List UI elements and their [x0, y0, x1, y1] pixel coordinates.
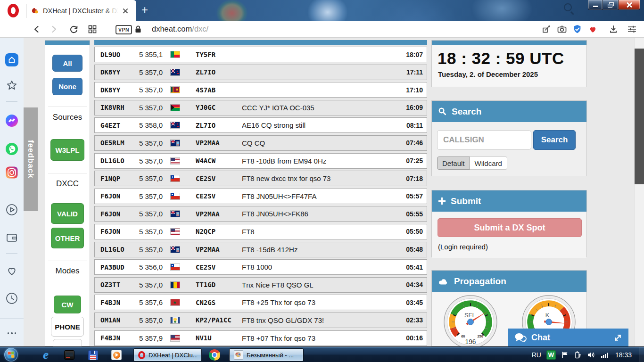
- spotter-callsign[interactable]: G4EZT: [100, 122, 137, 129]
- maximize-button[interactable]: [603, 0, 618, 10]
- filter-valid-button[interactable]: VALID: [51, 203, 84, 224]
- sidebar-bookmarks-button[interactable]: [0, 79, 24, 91]
- spot-row[interactable]: DL1GLO5 357,0VP2MAAFT8 -15dB 412Hz05:48: [94, 242, 427, 257]
- spot-row[interactable]: F4BJN5 357,9NV1UFT8 +07 Thx for qso 7300…: [94, 330, 427, 346]
- filter-none-button[interactable]: None: [52, 78, 83, 95]
- dx-callsign[interactable]: VP2MAA: [185, 139, 242, 147]
- sidebar-more-button[interactable]: [0, 332, 24, 334]
- search-mode-default[interactable]: Default: [437, 156, 470, 170]
- spot-row[interactable]: DK8YY5 357,04S7AB17:10: [94, 82, 427, 98]
- dx-callsign[interactable]: YJ0GC: [185, 104, 242, 111]
- spot-row[interactable]: F4BJN5 357,6CN2GSFT8 +25 Thx for qso 730…: [94, 295, 427, 310]
- callsign-input[interactable]: [437, 130, 531, 150]
- spotter-callsign[interactable]: F4BJN: [100, 334, 137, 342]
- spotter-callsign[interactable]: DL1GLO: [100, 157, 137, 165]
- dx-callsign[interactable]: ZL7IO: [185, 122, 242, 129]
- camera-icon[interactable]: [557, 25, 567, 34]
- spot-row[interactable]: DL9UO5 355,1TY5FR18:07: [94, 47, 427, 62]
- shield-check-icon[interactable]: [572, 25, 582, 34]
- page-scrollbar[interactable]: [634, 38, 644, 346]
- dx-callsign[interactable]: VP2MAA: [185, 210, 242, 218]
- internet-explorer-button[interactable]: e: [40, 349, 52, 361]
- filter-other-button[interactable]: OTHER: [51, 228, 84, 248]
- expand-icon[interactable]: [613, 333, 622, 342]
- network-icon[interactable]: [601, 351, 610, 358]
- dx-callsign[interactable]: W4ACW: [185, 157, 242, 165]
- sidebar-history-button[interactable]: [0, 292, 24, 304]
- spotter-callsign[interactable]: F1NQP: [100, 175, 137, 182]
- dx-callsign[interactable]: VP2MAA: [185, 246, 242, 253]
- spotter-callsign[interactable]: OM1AN: [100, 316, 137, 324]
- spot-row[interactable]: F6JON5 357,0CE2SVFT8 JN05UH<>FF47FA05:57: [94, 189, 427, 204]
- sidebar-whatsapp-button[interactable]: [0, 142, 24, 156]
- spot-row[interactable]: F6JON5 357,0VP2MAAFT8 JN05UH<>FK8605:55: [94, 206, 427, 222]
- language-indicator[interactable]: RU: [532, 351, 541, 359]
- media-player-button[interactable]: [110, 349, 123, 361]
- search-mode-wildcard[interactable]: Wildcard: [470, 156, 507, 170]
- spot-row[interactable]: DK8YY5 357,0ZL7IO17:11: [94, 65, 427, 80]
- battery-icon[interactable]: [574, 351, 582, 359]
- w-green-icon[interactable]: W: [546, 350, 556, 360]
- page-scrollbar-thumb[interactable]: [635, 49, 644, 184]
- flag-icon[interactable]: [561, 351, 569, 359]
- sidebar-messenger-button[interactable]: [0, 114, 24, 127]
- sidebar-instagram-button[interactable]: [0, 166, 24, 179]
- opera-menu-button[interactable]: [0, 0, 26, 21]
- browser-tab[interactable]: DXHeat | DXCluster & DX R: [27, 0, 136, 21]
- dx-callsign[interactable]: 4S7AB: [185, 86, 242, 94]
- spotter-callsign[interactable]: OZ3TT: [100, 281, 137, 288]
- spotter-callsign[interactable]: F6JON: [100, 210, 137, 218]
- dx-callsign[interactable]: N2QCP: [185, 228, 242, 235]
- show-desktop-button[interactable]: [639, 347, 644, 362]
- filter-w3lpl-button[interactable]: W3LPL: [50, 139, 84, 161]
- taskbar-window-paint[interactable]: Безымянный - ...: [229, 348, 304, 362]
- spotter-callsign[interactable]: DL9UO: [100, 51, 137, 58]
- minimize-button[interactable]: [588, 0, 603, 10]
- tab-close-icon[interactable]: [120, 6, 131, 16]
- filter-all-button[interactable]: All: [52, 55, 83, 72]
- taskbar-clock[interactable]: 18:33: [615, 351, 632, 359]
- spot-row[interactable]: F6JON5 357,0N2QCPFT805:50: [94, 224, 427, 239]
- media-device-button[interactable]: [63, 349, 75, 361]
- new-tab-button[interactable]: +: [140, 5, 150, 16]
- dx-callsign[interactable]: CN2GS: [185, 299, 242, 306]
- spot-row[interactable]: OZ3TT5 357,0TT1GDTnx Nice FT8 QSO GL04:3…: [94, 277, 427, 293]
- spot-row[interactable]: F1NQP5 357,0CE2SVFT8 new dxcc tnx for qs…: [94, 171, 427, 186]
- dx-callsign[interactable]: CE2SV: [185, 175, 242, 182]
- dx-callsign[interactable]: CE2SV: [185, 192, 242, 200]
- spotter-callsign[interactable]: OE5RLM: [100, 139, 137, 147]
- search-button[interactable]: Search: [533, 130, 576, 150]
- spotter-callsign[interactable]: DL1GLO: [100, 246, 137, 253]
- close-button[interactable]: [618, 0, 640, 10]
- sliders-icon[interactable]: [627, 25, 637, 34]
- submit-dx-spot-button[interactable]: Submit a DX Spot: [438, 218, 582, 237]
- chat-bar[interactable]: Chat: [508, 329, 628, 346]
- spot-row[interactable]: IK8VRH5 357,0YJ0GCCCC YJ* IOTA OC-03516:…: [94, 100, 427, 115]
- dx-callsign[interactable]: KP2/PA1CC: [185, 316, 242, 324]
- save-floppy-button[interactable]: [87, 349, 99, 361]
- spotter-callsign[interactable]: DK8YY: [100, 86, 137, 94]
- spotter-callsign[interactable]: DK8YY: [100, 68, 137, 76]
- dx-callsign[interactable]: ZL7IO: [185, 68, 242, 76]
- spot-row[interactable]: DL1GLO5 357,0W4ACWFT8 -10dB from EM94 0H…: [94, 153, 427, 169]
- forward-arrow-icon[interactable]: [49, 25, 58, 34]
- feedback-tab[interactable]: feedback: [24, 107, 38, 211]
- sidebar-player-button[interactable]: [0, 204, 24, 216]
- spot-row[interactable]: G4EZT5 358,0ZL7IOAE16 CQ strong still08:…: [94, 117, 427, 133]
- url-text[interactable]: dxheat.com/dxc/: [152, 25, 208, 33]
- spotter-callsign[interactable]: F4BJN: [100, 299, 137, 306]
- lock-icon[interactable]: [133, 25, 143, 34]
- back-arrow-icon[interactable]: [32, 25, 41, 34]
- filter-phone-button[interactable]: PHONE: [51, 317, 84, 337]
- dx-callsign[interactable]: TY5FR: [185, 51, 242, 58]
- spot-row[interactable]: PA3BUD5 356,0CE2SVFT8 100005:41: [94, 259, 427, 275]
- spot-row[interactable]: OE5RLM5 357,0VP2MAACQ CQ07:46: [94, 135, 427, 151]
- vpn-badge[interactable]: VPN: [116, 25, 132, 34]
- taskbar-window-opera[interactable]: DXHeat | DXClu...: [133, 348, 202, 362]
- tiles-icon[interactable]: [88, 25, 97, 34]
- spotter-callsign[interactable]: F6JON: [100, 192, 137, 200]
- start-button[interactable]: [4, 348, 18, 362]
- taskbar-chrome-button[interactable]: [208, 349, 221, 361]
- sidebar-favorites-button[interactable]: [0, 265, 24, 276]
- spotter-callsign[interactable]: PA3BUD: [100, 263, 137, 271]
